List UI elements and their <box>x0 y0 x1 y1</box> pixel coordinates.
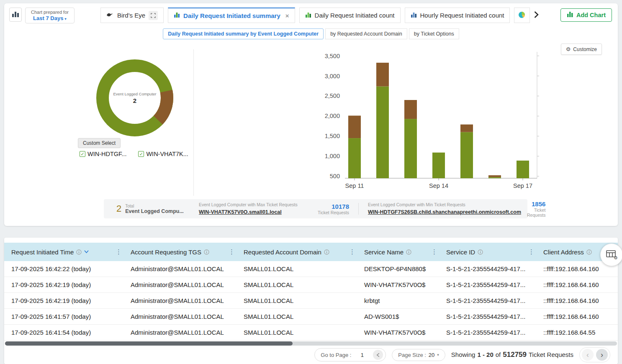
table-panel: Request Initiated Time⋮Account Requestin… <box>4 238 618 364</box>
pie-icon <box>518 11 525 20</box>
subtab-daily-request-initiated-summary-by-event-logged-computer[interactable]: Daily Request Initiated summary by Event… <box>163 28 324 39</box>
info-icon[interactable] <box>478 249 483 255</box>
table-cell: SMALL01.LOCAL <box>236 281 357 288</box>
table-cell: S-1-5-21-2355544259-417... <box>439 297 536 304</box>
info-icon[interactable] <box>586 249 592 255</box>
tab-bird-s-eye[interactable]: Bird's Eye <box>100 8 164 23</box>
legend-label: WIN-VHAT7K... <box>146 151 188 157</box>
page-input[interactable] <box>353 352 371 358</box>
total-caption: Total <box>125 204 184 208</box>
column-label: Requested Account Domain <box>244 249 321 256</box>
table-row[interactable]: 17-09-2025 16:42:22 (today)Administrator… <box>4 261 618 277</box>
max-computer-link[interactable]: WIN-VHAT7K57V0O.small01.local <box>199 209 282 215</box>
page-size-value: 20 <box>429 352 434 358</box>
max-unit: Ticket Requests <box>318 210 349 215</box>
table-cell: SMALL01.LOCAL <box>236 297 357 304</box>
custom-select-button[interactable]: Custom Select <box>78 138 121 148</box>
min-unit: Ticket Requests <box>527 208 545 218</box>
tab-label: Daily Request Initiated count <box>315 12 395 19</box>
chart-tabs: Bird's EyeDaily Request Initiated summar… <box>100 8 542 23</box>
total-records: 512759 <box>503 351 527 359</box>
legend-checkbox-win-vhat7k[interactable]: ✓WIN-VHAT7K... <box>138 151 188 157</box>
tab-daily-request-initiated-summary[interactable]: Daily Request Initiated summary× <box>168 8 295 23</box>
table-cell: 17-09-2025 16:42:19 (today) <box>4 281 123 288</box>
tab-daily-request-initiated-count[interactable]: Daily Request Initiated count <box>299 8 401 23</box>
tabs-scroll-right-button[interactable] <box>530 8 542 23</box>
min-computer-link[interactable]: WIN-HDTGF7S26SB.child.shanchanapreethi.o… <box>368 209 521 215</box>
donut-legend: ✓WIN-HDTGF...✓WIN-VHAT7K... <box>80 151 188 157</box>
customize-button[interactable]: ⚙ Customize <box>561 44 602 55</box>
checkbox-checked-icon: ✓ <box>80 151 85 157</box>
column-chooser-button[interactable]: ⚙ <box>600 244 622 266</box>
column-menu-icon[interactable]: ⋮ <box>528 248 536 256</box>
table-cell: ::ffff:192.168.64.160 <box>536 265 618 272</box>
table-cell: S-1-5-21-2355544259-417... <box>439 265 536 272</box>
column-label: Service ID <box>446 249 475 256</box>
total-count: 2 <box>116 203 121 214</box>
column-header-requested-account-domain[interactable]: Requested Account Domain⋮ <box>236 243 357 261</box>
tab-label: Hourly Request Initiated count <box>420 12 504 19</box>
close-icon[interactable]: × <box>285 12 289 19</box>
column-header-account-requesting-tgs[interactable]: Account Requesting TGS⋮ <box>123 243 236 261</box>
chart-type-button[interactable] <box>9 8 22 22</box>
svg-text:3,000: 3,000 <box>325 73 340 79</box>
table-cell: SMALL01.LOCAL <box>236 313 357 320</box>
column-menu-icon[interactable]: ⋮ <box>229 248 236 256</box>
add-chart-button[interactable]: Add Chart <box>560 8 612 22</box>
table-cell: AD-WS001$ <box>357 313 439 320</box>
goto-page-label: Go to Page : <box>321 352 351 358</box>
info-icon[interactable] <box>406 249 411 255</box>
stat-total-computers: 2 Total Event Logged Compu... <box>104 203 190 214</box>
bars-mixed-icon <box>174 12 180 19</box>
table-cell: 17-09-2025 16:41:54 (today) <box>4 329 123 336</box>
table-row[interactable]: 17-09-2025 16:41:54 (today)Administrator… <box>4 325 618 341</box>
info-icon[interactable] <box>204 249 209 255</box>
period-selector[interactable]: Chart prepared for Last 7 Days▾ <box>25 8 75 23</box>
sort-chevron-icon[interactable] <box>84 250 89 254</box>
column-menu-icon[interactable]: ⋮ <box>116 248 123 256</box>
column-menu-icon[interactable]: ⋮ <box>431 248 439 256</box>
table-cell: krbtgt <box>357 297 439 304</box>
period-value: Last 7 Days▾ <box>26 15 74 22</box>
page-size-label: Page Size : <box>398 352 426 358</box>
legend-checkbox-win-hdtgf[interactable]: ✓WIN-HDTGF... <box>80 151 126 157</box>
subtab-by-requested-account-domain[interactable]: by Requested Account Domain <box>325 28 407 39</box>
svg-text:Sep 17: Sep 17 <box>513 182 532 189</box>
table-cell: DESKTOP-6P4N880$ <box>357 265 439 272</box>
table-cell: S-1-5-21-2355544259-417... <box>439 313 536 320</box>
svg-text:⚙: ⚙ <box>614 255 617 259</box>
table-row[interactable]: 17-09-2025 16:41:57 (today)Administrator… <box>4 309 618 325</box>
add-chart-icon <box>567 11 573 19</box>
tab-pie[interactable] <box>514 8 530 23</box>
info-icon[interactable] <box>76 249 82 255</box>
column-header-service-id[interactable]: Service ID⋮ <box>439 243 536 261</box>
column-menu-icon[interactable]: ⋮ <box>349 248 357 256</box>
chevron-right-icon <box>534 11 539 20</box>
table-settings-icon: ⚙ <box>606 249 617 261</box>
horizontal-scrollbar[interactable] <box>5 341 617 346</box>
table-cell: ::ffff:192.168.64.160 <box>536 281 618 288</box>
column-header-service-name[interactable]: Service Name⋮ <box>357 243 439 261</box>
min-caption: Event Logged Computer with Min Ticket Re… <box>368 202 521 207</box>
stat-max-section: Event Logged Computer with Max Ticket Re… <box>190 202 358 215</box>
table-row[interactable]: 17-09-2025 16:42:19 (today)Administrator… <box>4 293 618 309</box>
page-size-selector[interactable]: Page Size : 20 ▾ <box>392 349 445 361</box>
table-row[interactable]: 17-09-2025 16:42:19 (today)Administrator… <box>4 277 618 293</box>
table-cell: 17-09-2025 16:42:22 (today) <box>4 265 123 272</box>
tab-label: Daily Request Initiated summary <box>183 12 280 19</box>
stats-bar: 2 Total Event Logged Compu... Event Logg… <box>104 199 527 218</box>
tab-hourly-request-initiated-count[interactable]: Hourly Request Initiated count <box>405 8 510 23</box>
column-header-request-initiated-time[interactable]: Request Initiated Time⋮ <box>4 243 123 261</box>
gear-icon: ⚙ <box>566 46 571 52</box>
expand-icon[interactable] <box>149 11 158 20</box>
min-value: 1856 <box>527 200 545 208</box>
pagination: ‹ › <box>579 347 610 362</box>
subtab-by-ticket-options[interactable]: by Ticket Options <box>409 28 459 39</box>
scrollbar-thumb[interactable] <box>5 341 293 346</box>
go-page-icon[interactable] <box>373 350 383 360</box>
max-value: 10178 <box>318 203 349 210</box>
prev-page-button[interactable]: ‹ <box>582 349 594 361</box>
next-page-button[interactable]: › <box>596 349 608 361</box>
svg-text:3,500: 3,500 <box>325 53 340 59</box>
info-icon[interactable] <box>324 249 329 255</box>
